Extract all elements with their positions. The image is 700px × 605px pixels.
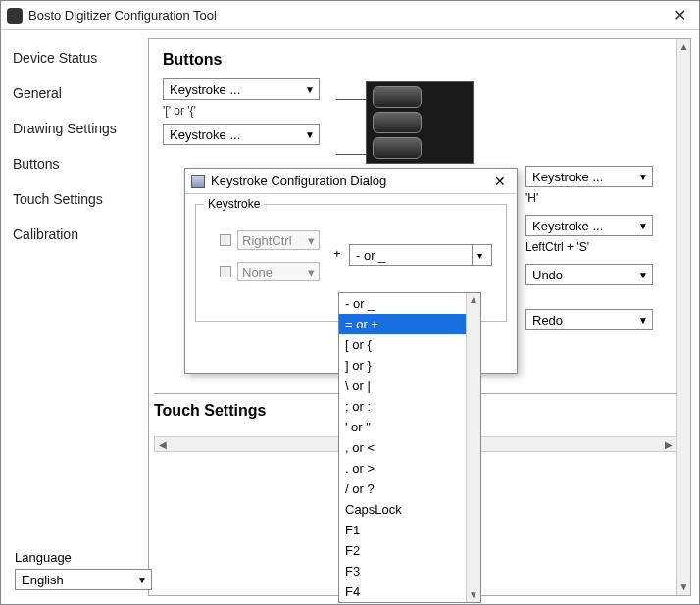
language-combo[interactable]: English ▼: [15, 569, 152, 590]
dropdown-item[interactable]: / or ?: [339, 479, 480, 499]
dropdown-item[interactable]: - or _: [339, 293, 480, 314]
key-combo[interactable]: - or _ ▾: [349, 244, 492, 266]
language-label: Language: [15, 550, 172, 565]
dropdown-item[interactable]: CapsLock: [339, 499, 480, 520]
scroll-left-icon[interactable]: ◀: [155, 439, 171, 450]
button-r4-value: Redo: [532, 313, 563, 328]
tablet-button-2: [373, 112, 422, 133]
app-icon: [7, 8, 23, 24]
chevron-down-icon: ▾: [308, 265, 315, 279]
titlebar: Bosto Digitizer Configuration Tool ✕: [1, 1, 699, 30]
keystroke-legend: Keystroke: [204, 197, 264, 211]
chevron-down-icon: ▼: [305, 129, 315, 140]
button-r2-caption: LeftCtrl + 'S': [525, 240, 663, 254]
modifier2-checkbox[interactable]: [220, 266, 231, 277]
language-block: Language English ▼: [15, 550, 172, 590]
chevron-down-icon: ▼: [638, 172, 648, 182]
key-combo-value: - or _: [356, 248, 385, 263]
chevron-down-icon: ▼: [638, 221, 648, 231]
button-r3-value: Undo: [532, 268, 563, 282]
button2-action-value: Keystroke ...: [170, 127, 240, 142]
tablet-illustration: [366, 81, 474, 164]
dialog-icon: [191, 175, 205, 188]
scroll-down-icon[interactable]: ▼: [679, 580, 689, 595]
button2-action-combo[interactable]: Keystroke ... ▼: [163, 124, 320, 145]
button-r1-caption: 'H': [525, 191, 663, 205]
dropdown-item[interactable]: F4: [339, 581, 480, 602]
scroll-down-icon[interactable]: ▼: [469, 588, 478, 602]
scroll-up-icon[interactable]: ▲: [679, 39, 689, 55]
button-r4-combo[interactable]: Redo ▼: [525, 309, 653, 330]
dropdown-item[interactable]: , or <: [339, 437, 480, 458]
dropdown-item[interactable]: ; or :: [339, 396, 480, 417]
button-r1-value: Keystroke ...: [532, 170, 603, 184]
dialog-title: Keystroke Configuration Dialog: [211, 174, 489, 188]
chevron-down-icon: ▾: [308, 233, 315, 248]
button1-action-combo[interactable]: Keystroke ... ▼: [163, 78, 320, 100]
close-icon[interactable]: ✕: [666, 8, 693, 24]
vertical-scrollbar[interactable]: ▲ ▼: [676, 39, 690, 595]
dropdown-item[interactable]: [ or {: [339, 334, 480, 355]
dropdown-item[interactable]: = or +: [339, 314, 480, 334]
sidebar-item-buttons[interactable]: Buttons: [7, 146, 148, 181]
language-value: English: [22, 573, 64, 587]
sidebar-item-device-status[interactable]: Device Status: [7, 40, 148, 76]
dropdown-item[interactable]: F2: [339, 540, 480, 561]
scroll-up-icon[interactable]: ▲: [469, 293, 478, 307]
sidebar-item-drawing-settings[interactable]: Drawing Settings: [7, 111, 148, 146]
modifier1-value: RightCtrl: [242, 233, 292, 248]
button-r2-value: Keystroke ...: [532, 219, 603, 233]
modifier-row-2: None ▾: [220, 262, 320, 281]
modifier1-checkbox[interactable]: [220, 234, 231, 246]
dialog-titlebar: Keystroke Configuration Dialog ✕: [185, 169, 517, 194]
right-button-column: Keystroke ... ▼ 'H' Keystroke ... ▼ Left…: [525, 166, 663, 332]
button1-action-value: Keystroke ...: [170, 82, 240, 97]
sidebar-item-calibration[interactable]: Calibration: [7, 217, 148, 252]
buttons-section-title: Buttons: [163, 51, 676, 69]
modifier2-value: None: [242, 265, 273, 279]
dropdown-item[interactable]: F3: [339, 561, 480, 581]
modifier-row-1: RightCtrl ▾: [220, 230, 320, 250]
dropdown-scrollbar[interactable]: ▲ ▼: [466, 293, 480, 602]
key-dropdown[interactable]: - or _= or +[ or {] or }\ or |; or :' or…: [338, 292, 481, 603]
chevron-down-icon: ▼: [638, 270, 648, 280]
chevron-down-icon: ▼: [305, 84, 315, 95]
connector-line: [336, 154, 366, 155]
modifier1-combo[interactable]: RightCtrl ▾: [237, 230, 320, 250]
dialog-close-icon[interactable]: ✕: [489, 174, 511, 189]
connector-line: [336, 99, 366, 100]
button-r2-combo[interactable]: Keystroke ... ▼: [525, 215, 653, 236]
tablet-button-3: [373, 137, 422, 159]
sidebar-item-touch-settings[interactable]: Touch Settings: [7, 181, 148, 217]
dropdown-item[interactable]: ' or ": [339, 417, 480, 437]
chevron-down-icon: ▼: [638, 315, 648, 326]
window-title: Bosto Digitizer Configuration Tool: [28, 8, 666, 23]
dropdown-item[interactable]: \ or |: [339, 376, 480, 396]
button-r1-combo[interactable]: Keystroke ... ▼: [525, 166, 653, 187]
sidebar-item-general[interactable]: General: [7, 76, 148, 111]
tablet-button-1: [373, 86, 422, 108]
sidebar: Device Status General Drawing Settings B…: [1, 30, 148, 604]
chevron-down-icon: ▼: [137, 575, 147, 585]
chevron-down-icon: ▾: [472, 245, 487, 265]
dropdown-item[interactable]: ] or }: [339, 355, 480, 376]
plus-label: +: [333, 246, 341, 261]
modifier2-combo[interactable]: None ▾: [237, 262, 320, 281]
dropdown-item[interactable]: F1: [339, 520, 480, 540]
main-window: Bosto Digitizer Configuration Tool ✕ Dev…: [0, 0, 700, 605]
button-r3-combo[interactable]: Undo ▼: [525, 264, 653, 285]
scroll-right-icon[interactable]: ▶: [661, 439, 676, 450]
dropdown-item[interactable]: . or >: [339, 458, 480, 479]
